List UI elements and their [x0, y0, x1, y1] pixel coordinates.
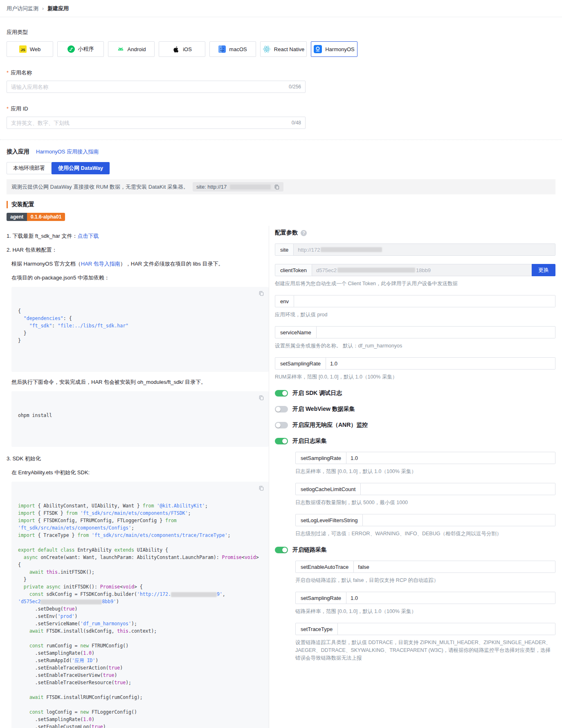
harmonyos-guide-link[interactable]: HarmonyOS 应用接入指南: [36, 148, 99, 156]
toggle-label: 开启 SDK 调试日志: [292, 390, 342, 397]
app-type-react-native[interactable]: React Native: [260, 41, 307, 57]
param-input-setTraceType[interactable]: [342, 626, 551, 632]
page-title: 新建应用: [47, 5, 69, 12]
param-desc-setTraceType: 设置链路追踪工具类型，默认值 DDTRACE，目前支持 ZIPKIN_MULTI…: [295, 639, 555, 662]
app-type-label: Web: [30, 46, 41, 52]
install-section-title: 安装配置: [7, 201, 555, 208]
copy-code-icon[interactable]: [259, 395, 264, 403]
param-row-setTraceType: setTraceType: [295, 623, 555, 635]
har-guide-link[interactable]: HAR 包导入指南: [81, 261, 120, 267]
param-value-setEnableAutoTrace: [354, 561, 555, 573]
app-id-label: *应用 ID: [7, 105, 555, 113]
param-value-setSamplingRate: [346, 452, 555, 464]
param-key-setSamplingRate: setSamplingRate: [275, 357, 326, 370]
param-row-site: sitehttp://172: [275, 243, 555, 256]
param-input-setSamplingRate[interactable]: [351, 455, 551, 461]
param-desc-setSamplingRate: RUM采样率，范围 [0.0, 1.0]，默认 1.0（100% 采集）: [275, 373, 555, 381]
deploy-tabs: 本地环境部署使用公网 DataWay: [7, 162, 110, 174]
app-name-counter: 0/256: [289, 84, 301, 90]
param-desc-setLogLevelFiltersString: 日志级别过滤，可选值：ERROR、WARNING、INFO、DEBUG（相邻值之…: [295, 530, 555, 538]
app-type-label: iOS: [183, 46, 192, 52]
copy-code-icon[interactable]: [259, 291, 264, 298]
apple-icon: [172, 45, 180, 53]
app-name-fieldbox: 0/256: [7, 81, 306, 93]
toggle-switch[interactable]: [275, 422, 288, 428]
toggle-switch[interactable]: [275, 438, 288, 444]
breadcrumb-parent[interactable]: 用户访问监测: [7, 5, 38, 12]
app-type-android[interactable]: Android: [108, 41, 155, 57]
app-type-macos[interactable]: macOS: [209, 41, 256, 57]
tab-public-dataway[interactable]: 使用公网 DataWay: [52, 162, 110, 174]
site-chip: site: http://17: [193, 182, 283, 192]
param-input-serviceName[interactable]: [321, 329, 551, 336]
param-input-setEnableAutoTrace[interactable]: [358, 564, 551, 570]
toggle-row: 开启日志采集: [275, 437, 555, 445]
redacted-value: [321, 247, 382, 252]
param-key-setlogCacheLimitCount: setlogCacheLimitCount: [295, 483, 361, 495]
harmonyos-icon: [314, 45, 322, 53]
js-icon: JS: [19, 45, 27, 53]
value-text: 18bb9: [416, 267, 431, 273]
toggle-row: 开启应用无响应（ANR）监控: [275, 421, 555, 429]
app-type-ios[interactable]: iOS: [159, 41, 205, 57]
app-type-label: HarmonyOS: [325, 46, 355, 52]
help-icon[interactable]: ?: [301, 230, 307, 236]
param-desc-env: 应用环境，默认值 prod: [275, 311, 555, 319]
param-key-serviceName: serviceName: [275, 326, 317, 338]
param-row-env: env: [275, 295, 555, 307]
app-type-harmonyos[interactable]: HarmonyOS: [311, 41, 357, 57]
agent-badge-version: 0.1.6-alpha01: [27, 213, 65, 221]
step-2-paragraph-2: 在项目的 oh-package.json5 中添加依赖：: [11, 274, 269, 282]
app-type-label: 应用类型: [7, 29, 555, 36]
param-row-setSamplingRate: setSamplingRate: [275, 357, 555, 370]
copy-code-icon[interactable]: [259, 485, 264, 493]
param-row-setlogCacheLimitCount: setlogCacheLimitCount: [295, 483, 555, 495]
param-input-setSamplingRate[interactable]: [351, 595, 551, 601]
toggle-switch[interactable]: [275, 406, 288, 412]
app-type-label: macOS: [229, 46, 247, 52]
param-desc-clientToken: 创建应用后将为您自动生成一个 Client Token，此令牌用于从用户设备中发…: [275, 280, 555, 288]
replace-token-button[interactable]: 更换: [532, 264, 555, 276]
param-input-setSamplingRate[interactable]: [330, 361, 551, 367]
tab-local-deploy[interactable]: 本地环境部署: [7, 162, 52, 174]
download-link[interactable]: 点击下载: [77, 233, 99, 239]
app-name-input[interactable]: [11, 84, 285, 90]
param-input-env[interactable]: [298, 298, 551, 304]
toggle-label: 开启日志采集: [292, 437, 327, 445]
param-key-clientToken: clientToken: [275, 264, 312, 276]
param-row-setEnableAutoTrace: setEnableAutoTrace: [295, 561, 555, 573]
param-desc-serviceName: 设置所属业务或服务的名称。 默认：df_rum_harmonyos: [275, 342, 555, 350]
param-value-setlogCacheLimitCount: [361, 483, 555, 495]
param-value-setTraceType: [338, 623, 555, 635]
param-key-setSamplingRate: setSamplingRate: [295, 452, 346, 464]
svg-text:JS: JS: [20, 48, 25, 52]
param-key-site: site: [275, 243, 294, 256]
required-mark: *: [7, 70, 9, 76]
app-type-label: 小程序: [78, 45, 94, 53]
app-id-counter: 0/48: [292, 120, 301, 126]
app-name-label: *应用名称: [7, 69, 555, 77]
app-id-input[interactable]: [11, 120, 288, 126]
param-row-clientToken: clientTokend575ec218bb9更换: [275, 264, 555, 276]
app-type-label: React Native: [274, 46, 304, 52]
copy-icon[interactable]: [274, 184, 280, 190]
code-block-dependencies: { "dependencies": { "ft_sdk": "file:../l…: [11, 287, 269, 372]
redacted-value: [337, 268, 415, 273]
step-3-paragraph-1: 在 EntryAbility.ets 中初始化 SDK:: [11, 469, 269, 476]
required-mark: *: [7, 106, 9, 112]
toggle-switch[interactable]: [275, 547, 288, 553]
agent-version-badge: agent 0.1.6-alpha01: [7, 213, 65, 221]
param-input-setlogCacheLimitCount[interactable]: [365, 486, 551, 492]
param-input-setLogLevelFiltersString[interactable]: [367, 517, 551, 523]
access-section-title: 接入应用: [7, 148, 29, 156]
param-key-setLogLevelFiltersString: setLogLevelFiltersString: [295, 514, 363, 526]
param-value-serviceName: [317, 326, 555, 338]
param-key-setEnableAutoTrace: setEnableAutoTrace: [295, 561, 354, 573]
step-3-title: 3. SDK 初始化: [7, 455, 269, 462]
param-desc-setSamplingRate: 日志采样率，范围 [0.0, 1.0]，默认 1.0（100% 采集）: [295, 468, 555, 476]
param-row-serviceName: serviceName: [275, 326, 555, 338]
param-desc-setlogCacheLimitCount: 日志数据缓存数量限制，默认 5000，最小值 1000: [295, 499, 555, 507]
app-type-小程序[interactable]: 小程序: [57, 41, 104, 57]
toggle-switch[interactable]: [275, 390, 288, 397]
app-type-web[interactable]: JSWeb: [7, 41, 53, 57]
